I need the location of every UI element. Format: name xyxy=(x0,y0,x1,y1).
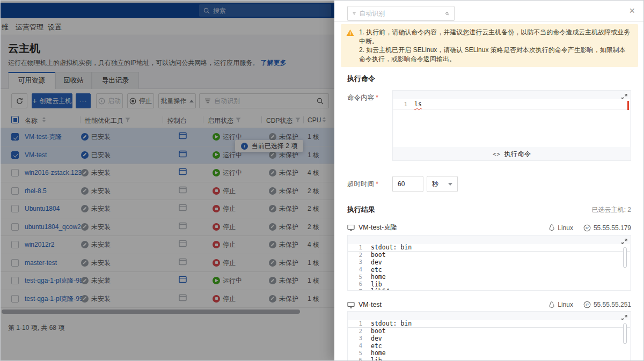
code-icon: <> xyxy=(493,151,501,158)
result-vm-ip: 55.55.55.179 xyxy=(594,224,631,232)
editor-scrollbar[interactable] xyxy=(623,323,627,344)
command-content-label: 命令内容 xyxy=(347,90,392,161)
editor-scrollbar[interactable] xyxy=(623,247,627,268)
warning-line-1: 1. 执行前，请确认命令内容，并建议您进行云主机备份，以防不当的命令造成云主机故… xyxy=(359,28,632,46)
section-title-command: 执行命令 xyxy=(347,74,631,84)
search-icon[interactable] xyxy=(445,10,449,17)
line-number: 1 xyxy=(348,320,362,327)
linux-penguin-icon xyxy=(548,301,555,308)
ip-address-icon: IP xyxy=(583,224,591,232)
output-line: lib xyxy=(371,357,382,361)
output-line: dev xyxy=(371,259,382,266)
result-output-editor[interactable]: 1stdout: bin 2boot 3dev 4etc 5home 6lib … xyxy=(347,235,631,291)
output-line: etc xyxy=(371,342,382,350)
line-number: 1 xyxy=(348,244,362,251)
command-editor[interactable]: 1 ls <> 执行命令 xyxy=(392,90,631,161)
line-number: 3 xyxy=(348,259,362,266)
output-line: dev xyxy=(371,335,382,342)
drawer-body: 执行命令 命令内容 1 ls <> xyxy=(334,74,644,361)
chevron-down-icon xyxy=(448,183,452,186)
timeout-label: 超时时间 xyxy=(347,180,392,189)
svg-text:IP: IP xyxy=(586,303,589,306)
output-line: stdout: bin xyxy=(371,244,412,251)
result-header: VM-test Linux IP55.55.55.251 xyxy=(347,301,631,308)
timeout-input[interactable] xyxy=(392,176,423,192)
line-number: 6 xyxy=(348,357,362,361)
result-vm-os: Linux xyxy=(558,301,573,308)
result-vm-ip: 55.55.55.251 xyxy=(594,301,631,308)
close-icon[interactable]: × xyxy=(629,5,635,17)
timeout-unit-value: 秒 xyxy=(432,180,438,189)
run-command-button[interactable]: <> 执行命令 xyxy=(393,147,631,161)
line-number: 4 xyxy=(348,266,362,273)
result-vm-name: VM-test-克隆 xyxy=(358,223,397,232)
execute-command-drawer: 执行命令 × 1. 执行前，请确认命令内容，并建议您进行云主机备份，以防不当的命… xyxy=(334,1,644,360)
line-number: 2 xyxy=(348,328,362,335)
line-number: 6 xyxy=(348,281,362,288)
linux-penguin-icon xyxy=(548,224,555,231)
line-number: 3 xyxy=(348,335,362,342)
result-vm-os: Linux xyxy=(558,224,573,232)
vm-monitor-icon xyxy=(347,224,355,231)
output-line: lib64 xyxy=(371,288,390,290)
line-number: 5 xyxy=(348,350,362,357)
app-window: 维 运营管理 设置 云主机 运行在物理机上的虚拟机实例，具有独立的IP地址，可以… xyxy=(0,0,644,361)
output-line: home xyxy=(371,349,386,357)
modal-mask[interactable] xyxy=(1,1,334,360)
filter-lines-icon xyxy=(353,11,356,16)
result-output-editor[interactable]: 1stdout: bin 2boot 3dev 4etc 5home 6lib … xyxy=(347,311,631,361)
line-number: 7 xyxy=(348,288,362,290)
command-text[interactable]: ls xyxy=(414,100,422,108)
selected-vm-count: 已选云主机: 2 xyxy=(592,205,631,215)
warning-icon xyxy=(346,29,354,36)
ip-address-icon: IP xyxy=(583,301,591,308)
output-line: boot xyxy=(371,251,386,259)
warning-line-2: 2. 如云主机已开启 SELinux，请确认 SELinux 策略是否对本次执行… xyxy=(359,46,632,63)
output-line: lib xyxy=(371,281,382,288)
result-search-input[interactable] xyxy=(359,10,442,17)
output-line: stdout: bin xyxy=(371,320,412,327)
result-search-box[interactable] xyxy=(347,6,455,21)
line-number: 1 xyxy=(393,101,407,108)
output-line: boot xyxy=(371,327,386,335)
error-marker xyxy=(627,101,629,110)
run-command-label: 执行命令 xyxy=(504,150,531,159)
line-number: 4 xyxy=(348,342,362,349)
result-header: VM-test-克隆 Linux IP55.55.55.179 xyxy=(347,223,631,232)
main-panel: 维 运营管理 设置 云主机 运行在物理机上的虚拟机实例，具有独立的IP地址，可以… xyxy=(1,1,334,360)
line-number: 2 xyxy=(348,252,362,259)
timeout-unit-select[interactable]: 秒 xyxy=(427,176,458,192)
line-number: 5 xyxy=(348,274,362,281)
output-line: etc xyxy=(371,266,382,274)
section-title-result: 执行结果 xyxy=(347,205,375,215)
vm-monitor-icon xyxy=(347,301,355,308)
output-line: home xyxy=(371,273,386,281)
result-vm-name: VM-test xyxy=(358,301,382,308)
svg-text:IP: IP xyxy=(586,226,589,230)
warning-banner: 1. 执行前，请确认命令内容，并建议您进行云主机备份，以防不当的命令造成云主机故… xyxy=(341,24,638,67)
